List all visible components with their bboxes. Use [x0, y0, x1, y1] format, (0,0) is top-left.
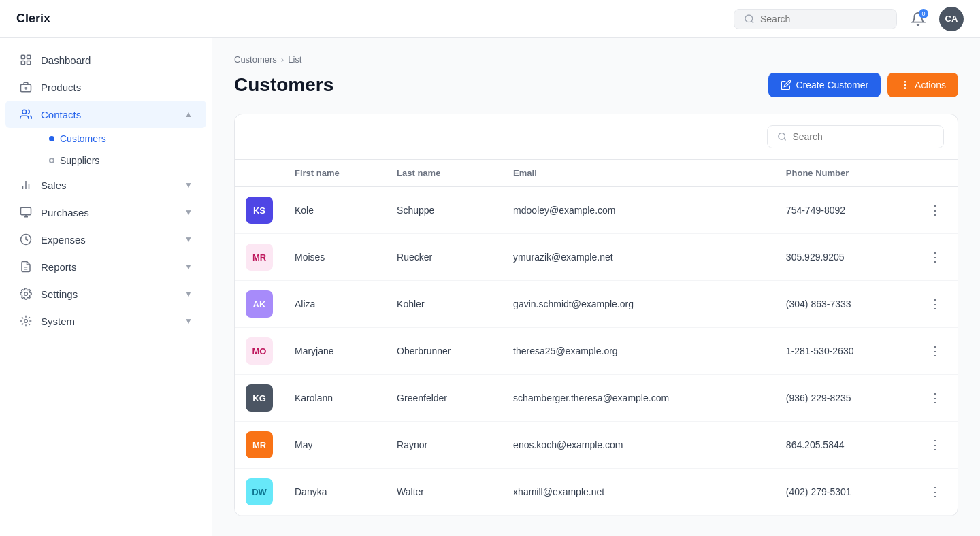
sidebar-item-reports[interactable]: Reports ▼	[5, 253, 206, 280]
customer-phone: (304) 863-7333	[775, 281, 913, 328]
breadcrumb-separator: ›	[281, 54, 284, 65]
table-search-bar[interactable]	[767, 125, 944, 148]
col-phone: Phone Number	[775, 160, 913, 187]
svg-point-19	[904, 84, 905, 85]
sidebar-item-purchases[interactable]: Purchases ▼	[5, 199, 206, 226]
col-avatar	[235, 160, 284, 187]
purchases-label: Purchases	[41, 207, 89, 218]
sidebar-item-customers[interactable]: Customers	[41, 128, 206, 150]
customer-avatar: KS	[246, 197, 273, 224]
main-content: Customers › List Customers Create Custom…	[212, 38, 980, 536]
sidebar: Dashboard Products	[0, 38, 212, 536]
customer-firstname: Maryjane	[284, 328, 386, 375]
customer-row-more-button[interactable]: ⋮	[924, 341, 947, 361]
expenses-chevron-icon: ▼	[184, 235, 193, 244]
sales-icon	[19, 178, 33, 192]
breadcrumb-customers[interactable]: Customers	[234, 54, 277, 65]
expenses-icon	[19, 233, 33, 246]
contacts-icon	[19, 107, 33, 121]
table-row: KS Kole Schuppe mdooley@example.com 754-…	[235, 187, 958, 234]
customer-row-more-button[interactable]: ⋮	[924, 200, 947, 220]
customer-lastname: Kohler	[386, 281, 502, 328]
reports-chevron-icon: ▼	[184, 262, 193, 271]
sidebar-item-expenses[interactable]: Expenses ▼	[5, 226, 206, 253]
notification-badge: 0	[919, 9, 928, 18]
topnav-right: 0 CA	[734, 7, 964, 31]
sidebar-item-settings[interactable]: Settings ▼	[5, 280, 206, 307]
sales-label: Sales	[41, 180, 67, 191]
sidebar-item-contacts[interactable]: Contacts ▲	[5, 101, 206, 128]
table-toolbar	[235, 114, 958, 160]
actions-label: Actions	[915, 80, 946, 90]
table-row: MR Moises Ruecker ymurazik@example.net 3…	[235, 234, 958, 281]
reports-label: Reports	[41, 261, 77, 273]
top-nav: Clerix 0 CA	[0, 0, 980, 38]
sidebar-item-sales[interactable]: Sales ▼	[5, 171, 206, 199]
customer-row-actions-cell: ⋮	[913, 375, 958, 422]
customer-row-more-button[interactable]: ⋮	[924, 482, 947, 502]
customer-email: ymurazik@example.net	[502, 234, 775, 281]
purchases-icon	[19, 205, 33, 219]
sidebar-item-dashboard[interactable]: Dashboard	[5, 46, 206, 73]
customer-row-more-button[interactable]: ⋮	[924, 435, 947, 455]
svg-point-8	[22, 110, 27, 114]
customer-avatar: KG	[246, 384, 273, 412]
contacts-chevron-icon: ▲	[184, 110, 193, 119]
sidebar-item-system[interactable]: System ▼	[5, 307, 206, 335]
actions-button[interactable]: Actions	[887, 73, 958, 97]
customer-firstname: Danyka	[284, 469, 386, 516]
avatar[interactable]: CA	[939, 7, 964, 31]
page-header: Customers Create Customer Actions	[234, 73, 958, 97]
system-label: System	[41, 316, 75, 327]
sidebar-item-suppliers[interactable]: Suppliers	[41, 150, 206, 171]
customer-phone: (402) 279-5301	[775, 469, 913, 516]
sidebar-item-products[interactable]: Products	[5, 73, 206, 101]
customers-table-card: First name Last name Email Phone Number …	[234, 114, 958, 516]
table-search-icon	[777, 131, 787, 142]
customer-email: enos.koch@example.com	[502, 422, 775, 469]
layout: Dashboard Products	[0, 38, 980, 536]
col-actions	[913, 160, 958, 187]
customer-avatar: MR	[246, 244, 273, 271]
customer-avatar: MR	[246, 431, 273, 458]
customer-firstname: May	[284, 422, 386, 469]
customer-row-more-button[interactable]: ⋮	[924, 388, 947, 408]
settings-chevron-icon: ▼	[184, 289, 193, 299]
table-row: AK Aliza Kohler gavin.schmidt@example.or…	[235, 281, 958, 328]
customer-email: xhamill@example.net	[502, 469, 775, 516]
customer-firstname: Karolann	[284, 375, 386, 422]
create-customer-label: Create Customer	[796, 80, 868, 90]
table-row: MR May Raynor enos.koch@example.com 864.…	[235, 422, 958, 469]
customer-avatar-cell: KS	[235, 187, 284, 234]
table-search-input[interactable]	[792, 131, 934, 142]
customer-avatar-cell: AK	[235, 281, 284, 328]
customer-lastname: Raynor	[386, 422, 502, 469]
svg-rect-2	[27, 55, 31, 58]
contacts-label: Contacts	[41, 109, 81, 120]
customer-lastname: Oberbrunner	[386, 328, 502, 375]
sales-chevron-icon: ▼	[184, 180, 193, 190]
customer-row-actions-cell: ⋮	[913, 469, 958, 516]
customer-avatar-cell: MO	[235, 328, 284, 375]
dashboard-icon	[19, 53, 33, 67]
create-customer-button[interactable]: Create Customer	[768, 73, 881, 97]
customer-avatar: AK	[246, 290, 273, 318]
global-search-input[interactable]	[760, 14, 887, 24]
customer-phone: 305.929.9205	[775, 234, 913, 281]
customer-row-more-button[interactable]: ⋮	[924, 247, 947, 267]
search-icon	[744, 14, 755, 24]
customers-sub-label: Customers	[60, 133, 106, 144]
customer-email: theresa25@example.org	[502, 328, 775, 375]
svg-rect-3	[21, 61, 24, 65]
contacts-submenu: Customers Suppliers	[0, 128, 212, 171]
customer-row-more-button[interactable]: ⋮	[924, 294, 947, 314]
customer-row-actions-cell: ⋮	[913, 422, 958, 469]
notifications-button[interactable]: 0	[908, 9, 928, 29]
active-dot-icon	[49, 136, 54, 141]
customer-row-actions-cell: ⋮	[913, 234, 958, 281]
customer-phone: (936) 229-8235	[775, 375, 913, 422]
customer-phone: 1-281-530-2630	[775, 328, 913, 375]
page-title: Customers	[234, 74, 333, 96]
customer-email: gavin.schmidt@example.org	[502, 281, 775, 328]
global-search-bar[interactable]	[734, 9, 897, 29]
